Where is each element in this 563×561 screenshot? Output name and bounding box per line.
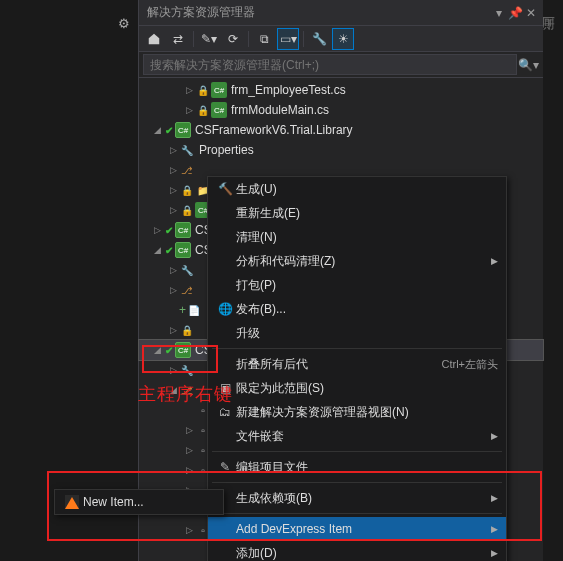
menu-clean[interactable]: 清理(N): [208, 225, 506, 249]
lock-icon: 🔒: [181, 325, 193, 336]
check-icon: ✔: [165, 345, 173, 356]
tree-file[interactable]: 🔒C#frmModuleMain.cs: [139, 100, 543, 120]
menu-add-devexpress[interactable]: Add DevExpress Item▶: [208, 517, 506, 541]
check-icon: ✔: [165, 245, 173, 256]
annotation-label: 主程序右键: [138, 382, 233, 406]
menu-add[interactable]: 添加(D)▶: [208, 541, 506, 561]
lock-icon: 🔒: [181, 185, 193, 196]
submenu-new-item[interactable]: New Item...: [55, 490, 223, 514]
lock-icon: 🔒: [197, 85, 209, 96]
wrench-icon: 🔧: [179, 262, 195, 278]
chevron-right-icon: ▶: [486, 431, 498, 441]
context-menu: 🔨生成(U) 重新生成(E) 清理(N) 分析和代码清理(Z)▶ 打包(P) 🌐…: [207, 176, 507, 561]
close-icon[interactable]: ✕: [523, 6, 539, 20]
menu-separator: [212, 482, 502, 483]
search-icon[interactable]: 🔍▾: [517, 58, 539, 72]
check-icon: ✔: [165, 125, 173, 136]
menu-nesting[interactable]: 文件嵌套▶: [208, 424, 506, 448]
menu-separator: [212, 451, 502, 452]
collapse-all-icon[interactable]: ⧉: [253, 28, 275, 50]
properties-icon[interactable]: 🔧: [308, 28, 330, 50]
chevron-right-icon: ▶: [486, 548, 498, 558]
menu-newview[interactable]: 🗂新建解决方案资源管理器视图(N): [208, 400, 506, 424]
devexpress-icon: [61, 495, 83, 509]
show-all-files-icon[interactable]: ▭▾: [277, 28, 299, 50]
menu-builddep[interactable]: 生成依赖项(B)▶: [208, 486, 506, 510]
menu-upgrade[interactable]: 升级: [208, 321, 506, 345]
csproj-icon: C#: [175, 222, 191, 238]
build-icon: 🔨: [214, 182, 236, 196]
lock-icon: 🔒: [181, 205, 193, 216]
toolbar: ⇄ ✎▾ ⟳ ⧉ ▭▾ 🔧 ☀: [139, 26, 543, 52]
menu-scope[interactable]: ▣限定为此范围(S): [208, 376, 506, 400]
panel-title-bar: 解决方案资源管理器 ▾ 📌 ✕: [139, 0, 543, 26]
separator: [303, 31, 304, 47]
plus-icon: +: [179, 303, 186, 317]
pending-changes-icon[interactable]: ✎▾: [198, 28, 220, 50]
menu-build[interactable]: 🔨生成(U): [208, 177, 506, 201]
wrench-icon: 🔧: [179, 142, 195, 158]
tree-project[interactable]: ✔C#CSFrameworkV6.Trial.Library: [139, 120, 543, 140]
home-icon[interactable]: [143, 28, 165, 50]
globe-icon: 🌐: [214, 302, 236, 316]
search-bar: 🔍▾: [139, 52, 543, 78]
panel-title: 解决方案资源管理器: [143, 4, 491, 21]
lock-icon: 🔒: [197, 105, 209, 116]
check-icon: ✔: [165, 225, 173, 236]
cs-file-icon: C#: [211, 82, 227, 98]
csproj-icon: C#: [175, 242, 191, 258]
wrench-icon: 🔧: [179, 362, 195, 378]
submenu-devexpress: New Item...: [54, 489, 224, 515]
tree-properties[interactable]: 🔧Properties: [139, 140, 543, 160]
chevron-right-icon: ▶: [486, 493, 498, 503]
chevron-right-icon: ▶: [486, 256, 498, 266]
chevron-right-icon: ▶: [486, 524, 498, 534]
switch-view-icon[interactable]: ⇄: [167, 28, 189, 50]
search-input[interactable]: [143, 54, 517, 75]
separator: [248, 31, 249, 47]
gear-icon[interactable]: ⚙: [118, 16, 130, 31]
sync-icon[interactable]: ⟳: [222, 28, 244, 50]
csproj-icon: C#: [175, 342, 191, 358]
file-icon: 📄: [186, 302, 202, 318]
preview-selected-icon[interactable]: ☀: [332, 28, 354, 50]
cs-file-icon: C#: [211, 102, 227, 118]
newview-icon: 🗂: [214, 405, 236, 419]
separator: [193, 31, 194, 47]
menu-collapse[interactable]: 折叠所有后代Ctrl+左箭头: [208, 352, 506, 376]
tree-file[interactable]: 🔒C#frm_EmployeeTest.cs: [139, 80, 543, 100]
menu-rebuild[interactable]: 重新生成(E): [208, 201, 506, 225]
menu-separator: [212, 348, 502, 349]
menu-publish[interactable]: 🌐发布(B)...: [208, 297, 506, 321]
edit-icon: ✎: [214, 460, 236, 474]
csproj-icon: C#: [175, 122, 191, 138]
branch-icon: ⎇: [179, 162, 195, 178]
menu-analyze[interactable]: 分析和代码清理(Z)▶: [208, 249, 506, 273]
branch-icon: ⎇: [179, 282, 195, 298]
menu-pack[interactable]: 打包(P): [208, 273, 506, 297]
menu-editproj[interactable]: ✎编辑项目文件: [208, 455, 506, 479]
dropdown-icon[interactable]: ▾: [491, 6, 507, 20]
pin-icon[interactable]: 📌: [507, 6, 523, 20]
menu-separator: [212, 513, 502, 514]
